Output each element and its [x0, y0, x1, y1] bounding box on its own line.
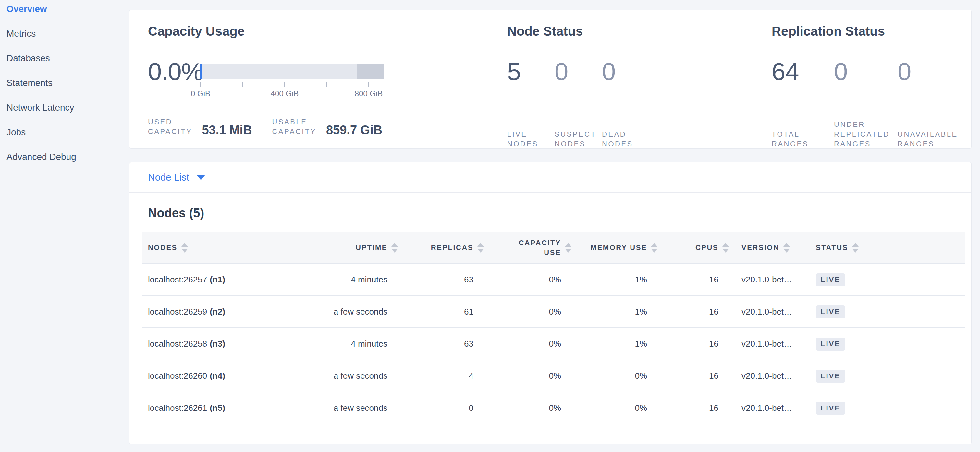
- node-id: (n4): [210, 371, 225, 381]
- cluster-summary-card: Capacity Usage 0.0% 0 GiB400 GiB800 GiB …: [129, 10, 972, 149]
- sort-icon[interactable]: [852, 243, 859, 252]
- capacity-usage-section: Capacity Usage: [148, 25, 245, 38]
- uptime-cell: a few seconds: [317, 296, 398, 328]
- cpus-cell: 16: [657, 263, 729, 296]
- capacity-use-cell: 0%: [484, 263, 571, 296]
- column-header-nodes[interactable]: NODES: [142, 232, 317, 263]
- sort-icon[interactable]: [565, 243, 571, 252]
- node-address[interactable]: localhost:26258: [148, 339, 207, 349]
- node-status-metrics: 5 LIVENODES 0 SUSPECTNODES 0 DEADNODES: [507, 59, 649, 149]
- metric-value: 0: [834, 59, 897, 85]
- capacity-gauge-bar: [200, 64, 384, 79]
- table-row[interactable]: localhost:26261(n5) a few seconds 0 0% 0…: [142, 392, 966, 424]
- version-cell: v20.1.0-bet…: [729, 392, 811, 424]
- metric: 0 SUSPECTNODES: [555, 59, 602, 149]
- sidebar-item-overview[interactable]: Overview: [0, 4, 129, 29]
- sort-icon[interactable]: [477, 243, 484, 252]
- node-id: (n2): [210, 307, 225, 316]
- uptime-cell: 4 minutes: [317, 263, 398, 296]
- status-cell: LIVE: [811, 296, 966, 328]
- column-header-capacity-use[interactable]: CAPACITY USE: [484, 232, 571, 263]
- metric-value: 0: [555, 59, 602, 85]
- status-cell: LIVE: [811, 328, 966, 360]
- column-header-status[interactable]: STATUS: [811, 232, 966, 263]
- capacity-percent: 0.0%: [148, 59, 200, 85]
- node-address[interactable]: localhost:26259: [148, 307, 207, 316]
- column-header-cpus[interactable]: CPUS: [657, 232, 729, 263]
- status-cell: LIVE: [811, 392, 966, 424]
- metric: 5 LIVENODES: [507, 59, 555, 149]
- node-address[interactable]: localhost:26261: [148, 403, 207, 413]
- capacity-gauge-reserved-segment: [357, 64, 384, 79]
- memory-use-cell: 1%: [571, 263, 657, 296]
- node-id: (n1): [210, 274, 225, 284]
- node-status-title: Node Status: [507, 25, 583, 38]
- node-address[interactable]: localhost:26260: [148, 371, 207, 381]
- sort-icon[interactable]: [181, 243, 188, 252]
- sidebar-item-databases[interactable]: Databases: [0, 53, 129, 78]
- axis-tick: [200, 82, 201, 87]
- status-badge: LIVE: [816, 273, 845, 286]
- cpus-cell: 16: [657, 328, 729, 360]
- replicas-cell: 4: [398, 360, 484, 392]
- column-header-replicas[interactable]: REPLICAS: [398, 232, 484, 263]
- sidebar-item-statements[interactable]: Statements: [0, 78, 129, 103]
- usable-capacity-value: 859.7 GiB: [326, 124, 382, 136]
- status-badge: LIVE: [816, 338, 845, 350]
- replicas-cell: 63: [398, 263, 484, 296]
- status-cell: LIVE: [811, 263, 966, 296]
- node-status-section: Node Status: [507, 25, 583, 38]
- axis-tick-label: 800 GiB: [355, 89, 383, 98]
- node-address-cell[interactable]: localhost:26257(n1): [142, 263, 317, 296]
- node-id: (n5): [210, 403, 225, 413]
- status-badge: LIVE: [816, 402, 845, 415]
- metric-label: TOTALRANGES: [772, 120, 834, 149]
- node-address-cell[interactable]: localhost:26260(n4): [142, 360, 317, 392]
- used-capacity-label: USED CAPACITY: [148, 117, 192, 136]
- column-header-version[interactable]: VERSION: [729, 232, 811, 263]
- cpus-cell: 16: [657, 392, 729, 424]
- node-address[interactable]: localhost:26257: [148, 274, 207, 284]
- sort-icon[interactable]: [783, 243, 790, 252]
- column-header-uptime[interactable]: UPTIME: [317, 232, 398, 263]
- memory-use-cell: 1%: [571, 328, 657, 360]
- table-row[interactable]: localhost:26260(n4) a few seconds 4 0% 0…: [142, 360, 966, 392]
- axis-tick-label: 0 GiB: [191, 89, 210, 98]
- table-row[interactable]: localhost:26258(n3) 4 minutes 63 0% 1% 1…: [142, 328, 966, 360]
- sidebar-item-advanced-debug[interactable]: Advanced Debug: [0, 152, 129, 176]
- metric-value: 0: [602, 59, 649, 85]
- node-address-cell[interactable]: localhost:26258(n3): [142, 328, 317, 360]
- node-list-dropdown[interactable]: Node List: [129, 162, 971, 193]
- table-row[interactable]: localhost:26259(n2) a few seconds 61 0% …: [142, 296, 966, 328]
- version-cell: v20.1.0-bet…: [729, 328, 811, 360]
- status-badge: LIVE: [816, 305, 845, 319]
- metric-label: SUSPECTNODES: [555, 120, 602, 149]
- node-id: (n3): [210, 339, 225, 349]
- node-address-cell[interactable]: localhost:26259(n2): [142, 296, 317, 328]
- table-row[interactable]: localhost:26257(n1) 4 minutes 63 0% 1% 1…: [142, 263, 966, 296]
- replication-status-section: Replication Status: [772, 25, 885, 38]
- sidebar-item-network-latency[interactable]: Network Latency: [0, 103, 129, 127]
- capacity-use-cell: 0%: [484, 296, 571, 328]
- cpus-cell: 16: [657, 360, 729, 392]
- sort-icon[interactable]: [651, 243, 657, 252]
- cpus-cell: 16: [657, 296, 729, 328]
- axis-tick: [326, 82, 328, 87]
- metric-value: 5: [507, 59, 555, 85]
- node-address-cell[interactable]: localhost:26261(n5): [142, 392, 317, 424]
- sidebar-item-jobs[interactable]: Jobs: [0, 127, 129, 152]
- capacity-use-cell: 0%: [484, 328, 571, 360]
- sort-icon[interactable]: [722, 243, 729, 252]
- axis-tick: [284, 82, 285, 87]
- column-header-memory-use[interactable]: MEMORY USE: [571, 232, 657, 263]
- replication-status-metrics: 64 TOTALRANGES 0 UNDER-REPLICATEDRANGES …: [772, 59, 958, 149]
- chevron-down-icon: [196, 175, 205, 180]
- capacity-use-cell: 0%: [484, 360, 571, 392]
- metric-label: DEADNODES: [602, 120, 649, 149]
- node-list-dropdown-label: Node List: [148, 172, 189, 183]
- sort-icon[interactable]: [391, 243, 398, 252]
- capacity-gauge-axis: 0 GiB400 GiB800 GiB: [200, 79, 384, 99]
- capacity-use-cell: 0%: [484, 392, 571, 424]
- uptime-cell: 4 minutes: [317, 328, 398, 360]
- sidebar-item-metrics[interactable]: Metrics: [0, 29, 129, 53]
